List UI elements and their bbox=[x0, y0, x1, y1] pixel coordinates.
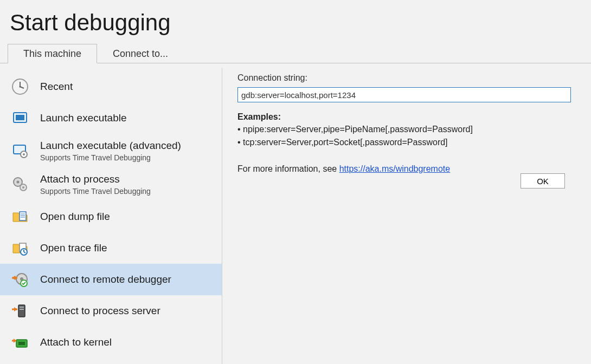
sidebar-item-launch-exec-adv[interactable]: Launch executable (advanced) Supports Ti… bbox=[0, 134, 222, 167]
ok-button[interactable]: OK bbox=[521, 173, 565, 188]
examples-heading: Examples: bbox=[237, 112, 578, 122]
svg-rect-30 bbox=[18, 342, 25, 345]
launch-adv-icon bbox=[10, 140, 30, 161]
more-info-text: For more information, see https://aka.ms… bbox=[237, 164, 578, 174]
svg-rect-13 bbox=[20, 212, 26, 220]
tab-this-machine[interactable]: This machine bbox=[8, 44, 97, 63]
details-panel: Connection string: Examples: npipe:serve… bbox=[222, 68, 591, 364]
sidebar-item-label: Recent bbox=[40, 81, 73, 92]
sidebar-item-label: Launch executable (advanced) bbox=[40, 140, 181, 151]
svg-rect-5 bbox=[16, 115, 24, 120]
sidebar-item-label: Attach to process bbox=[40, 173, 120, 185]
sidebar-item-label: Connect to remote debugger bbox=[40, 274, 171, 285]
process-server-icon bbox=[10, 301, 30, 321]
page-title: Start debugging bbox=[0, 0, 591, 43]
gears-icon bbox=[10, 174, 30, 194]
more-info-prefix: For more information, see bbox=[237, 164, 339, 173]
sidebar-item-label: Open dump file bbox=[40, 211, 110, 222]
sidebar: Recent Launch executable bbox=[0, 68, 222, 364]
start-debugging-page: Start debugging This machine Connect to.… bbox=[0, 0, 591, 364]
sidebar-item-connect-remote[interactable]: Connect to remote debugger bbox=[0, 264, 222, 295]
connection-string-input[interactable] bbox=[237, 87, 571, 102]
example-item: tcp:server=Server,port=Socket[,password=… bbox=[237, 136, 578, 149]
sidebar-item-label: Launch executable bbox=[40, 112, 127, 123]
more-info-link[interactable]: https://aka.ms/windbgremote bbox=[339, 164, 451, 173]
dump-file-icon bbox=[10, 206, 30, 227]
tab-connect-to[interactable]: Connect to... bbox=[97, 44, 184, 63]
trace-file-icon bbox=[10, 238, 30, 258]
sidebar-item-connect-process-server[interactable]: Connect to process server bbox=[0, 295, 222, 327]
svg-point-3 bbox=[19, 86, 21, 87]
sidebar-item-label: Attach to kernel bbox=[40, 336, 112, 348]
sidebar-item-attach-process[interactable]: Attach to process Supports Time Travel D… bbox=[0, 167, 222, 201]
svg-rect-26 bbox=[20, 307, 24, 308]
connection-string-label: Connection string: bbox=[237, 73, 578, 83]
sidebar-item-attach-kernel[interactable]: Attach to kernel bbox=[0, 327, 222, 358]
remote-debug-icon bbox=[10, 269, 30, 290]
tab-strip: This machine Connect to... bbox=[0, 43, 591, 63]
sidebar-item-launch-exec[interactable]: Launch executable bbox=[0, 102, 222, 134]
sidebar-item-label: Open trace file bbox=[40, 242, 107, 253]
sidebar-item-open-trace[interactable]: Open trace file bbox=[0, 232, 222, 264]
kernel-icon bbox=[10, 332, 30, 353]
sidebar-item-recent[interactable]: Recent bbox=[0, 71, 222, 102]
clock-icon bbox=[10, 76, 30, 97]
launch-icon bbox=[10, 108, 30, 128]
sidebar-item-sublabel: Supports Time Travel Debugging bbox=[40, 153, 181, 162]
svg-point-10 bbox=[17, 180, 20, 183]
svg-point-8 bbox=[23, 153, 25, 155]
examples-list: npipe:server=Server,pipe=PipeName[,passw… bbox=[237, 123, 578, 149]
svg-point-12 bbox=[22, 186, 24, 188]
sidebar-item-sublabel: Supports Time Travel Debugging bbox=[40, 187, 151, 196]
sidebar-item-open-dump[interactable]: Open dump file bbox=[0, 201, 222, 232]
sidebar-item-label: Connect to process server bbox=[40, 305, 160, 316]
example-item: npipe:server=Server,pipe=PipeName[,passw… bbox=[237, 123, 578, 136]
svg-rect-27 bbox=[20, 309, 24, 310]
